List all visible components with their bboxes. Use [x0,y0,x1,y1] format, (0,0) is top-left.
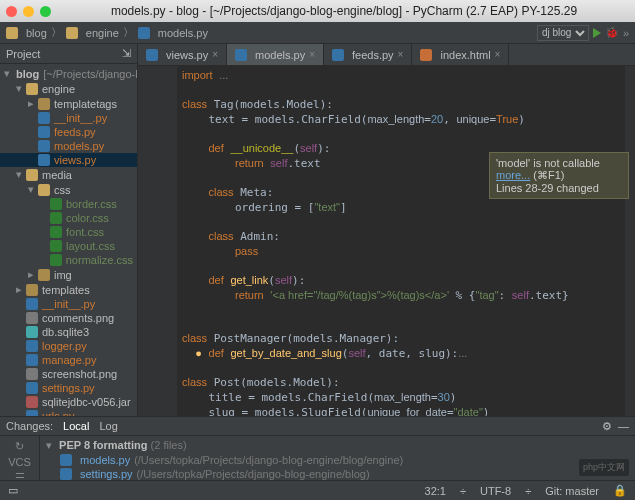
status-icon[interactable]: ▭ [8,484,18,497]
tree-item[interactable]: settings.py [0,381,137,395]
tree-label: templates [42,284,90,296]
tree-item[interactable]: ▾media [0,167,137,182]
line-separator[interactable]: ÷ [460,485,466,497]
tree-item[interactable]: ▸templatetags [0,96,137,111]
tree-item[interactable]: layout.css [0,239,137,253]
editor-gutter[interactable] [138,66,178,416]
tree-label: __init__.py [54,112,107,124]
expander-icon[interactable]: ▾ [16,168,24,181]
tree-label: manage.py [42,354,96,366]
gear-icon[interactable]: ⚙ [602,420,612,433]
code-area[interactable]: import ... class Tag(models.Model): text… [178,66,623,416]
tree-item[interactable]: db.sqlite3 [0,325,137,339]
file-icon [235,49,247,61]
file-encoding[interactable]: UTF-8 [480,485,511,497]
tab-label: models.py [255,49,305,61]
tree-item[interactable]: sqlitejdbc-v056.jar [0,395,137,409]
tree-item[interactable]: models.py [0,139,137,153]
changelist-name[interactable]: PEP 8 formatting [59,439,147,451]
caret-position[interactable]: 32:1 [425,485,446,497]
tree-item[interactable]: ▾engine [0,81,137,96]
tooltip-more-link[interactable]: more... [496,169,530,181]
tree-label: sqlitejdbc-v056.jar [42,396,131,408]
editor-tab[interactable]: models.py× [227,44,324,65]
editor-tab[interactable]: feeds.py× [324,44,412,65]
collapse-icon[interactable]: ⇲ [122,47,131,60]
changed-file[interactable]: settings.py (/Users/topka/Projects/djang… [46,467,629,481]
changes-tab-local[interactable]: Local [63,420,89,432]
zoom-window-button[interactable] [40,6,51,17]
project-header[interactable]: Project ⇲ [0,44,137,64]
vertical-scrollbar[interactable] [625,66,635,416]
tree-label: comments.png [42,312,114,324]
close-tab-icon[interactable]: × [495,49,501,60]
project-tree[interactable]: ▾ blog [~/Projects/django-blog ▾engine▸t… [0,64,137,416]
expander-icon[interactable]: ▸ [28,268,36,281]
more-icon[interactable]: » [623,27,629,39]
tree-item[interactable]: border.css [0,197,137,211]
file-icon [26,169,38,181]
tree-item[interactable]: urls.py [0,409,137,416]
tree-item[interactable]: comments.png [0,311,137,325]
expander-icon[interactable]: ▸ [16,283,24,296]
tree-item[interactable]: ▸img [0,267,137,282]
editor-tab[interactable]: views.py× [138,44,227,65]
tree-item[interactable]: __init__.py [0,297,137,311]
breadcrumbs[interactable]: blog〉 engine〉 models.py [6,25,208,40]
expander-icon[interactable]: ▾ [16,82,24,95]
tree-label: feeds.py [54,126,96,138]
tree-item[interactable]: screenshot.png [0,367,137,381]
close-window-button[interactable] [6,6,17,17]
tree-item[interactable]: ▾css [0,182,137,197]
tree-label: settings.py [42,382,95,394]
file-icon [38,98,50,110]
file-icon [38,112,50,124]
expander-icon[interactable]: ▾ [28,183,36,196]
breadcrumb-item[interactable]: models.py [158,27,208,39]
close-tab-icon[interactable]: × [309,49,315,60]
folder-icon [66,27,78,39]
close-tab-icon[interactable]: × [398,49,404,60]
expander-icon[interactable]: ▸ [28,97,36,110]
window-titlebar: models.py - blog - [~/Projects/django-bl… [0,0,635,22]
tree-item[interactable]: views.py [0,153,137,167]
expander-icon[interactable]: ▾ [46,439,54,452]
debug-button[interactable]: 🐞 [605,26,619,39]
editor-tab[interactable]: index.html× [412,44,509,65]
tree-item[interactable]: font.css [0,225,137,239]
tree-item[interactable]: logger.py [0,339,137,353]
refresh-icon[interactable]: ↻ [15,440,24,453]
tree-item[interactable]: __init__.py [0,111,137,125]
changes-tab-log[interactable]: Log [99,420,117,432]
changes-panel-header[interactable]: Changes: Local Log ⚙ — [0,416,635,436]
tab-label: index.html [440,49,490,61]
breadcrumb-item[interactable]: blog [26,27,47,39]
tooltip-shortcut: (⌘F1) [533,169,564,181]
close-tab-icon[interactable]: × [212,49,218,60]
folder-icon [6,27,18,39]
git-branch[interactable]: Git: master [545,485,599,497]
hide-icon[interactable]: — [618,420,629,433]
breadcrumb-item[interactable]: engine [86,27,119,39]
run-config-select[interactable]: dj blog [537,25,589,41]
file-icon [146,49,158,61]
run-button[interactable] [593,28,601,38]
expander-icon[interactable]: ▾ [4,67,10,80]
tree-item[interactable]: ▸templates [0,282,137,297]
python-file-icon [60,468,72,480]
tree-item[interactable]: manage.py [0,353,137,367]
tree-item[interactable]: normalize.css [0,253,137,267]
file-icon [38,184,50,196]
inspection-tooltip[interactable]: 'model' is not callable more... (⌘F1) Li… [489,152,629,199]
changed-file[interactable]: models.py (/Users/topka/Projects/django-… [46,453,629,467]
file-name: models.py [80,454,130,466]
tree-item[interactable]: feeds.py [0,125,137,139]
project-root[interactable]: ▾ blog [~/Projects/django-blog [0,66,137,81]
file-path: (/Users/topka/Projects/django-blog-engin… [134,454,403,466]
window-controls[interactable] [6,6,51,17]
minimize-window-button[interactable] [23,6,34,17]
lock-icon[interactable]: 🔒 [613,484,627,497]
vcs-icon[interactable]: VCS [8,456,31,468]
tree-item[interactable]: color.css [0,211,137,225]
file-icon [26,284,38,296]
